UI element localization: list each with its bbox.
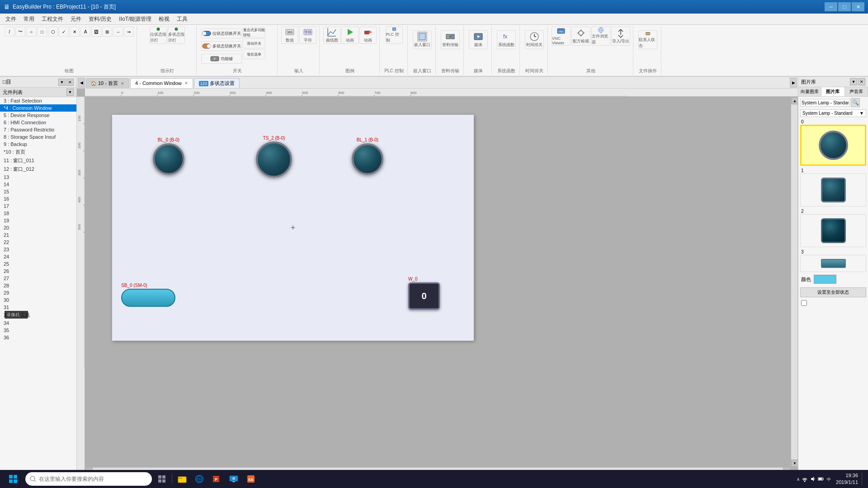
menu-view[interactable]: 检视 — [155, 14, 173, 24]
el-item-34[interactable]: 34 — [0, 319, 76, 327]
right-panel-dropdown[interactable]: System Lamp - Standard ▼ — [800, 109, 866, 117]
tray-expand[interactable]: ∧ — [797, 477, 800, 482]
button-sb0[interactable]: SB_0 (SM-0) — [121, 283, 175, 307]
tool-circle[interactable]: ○ — [26, 27, 36, 37]
tool-browser[interactable]: 文件浏览器 — [591, 27, 610, 46]
right-panel-search-input[interactable] — [800, 99, 850, 107]
tool-animation[interactable]: 动画 — [341, 27, 359, 44]
el-item-21[interactable]: 21 — [0, 231, 76, 239]
tool-linked-symbol[interactable]: 链接 联系人联击 — [638, 30, 657, 49]
taskbar-app-easybuilder[interactable]: EB — [244, 472, 258, 486]
el-item-36[interactable]: 36 — [0, 334, 76, 341]
tool-media[interactable]: 媒体 — [469, 30, 488, 49]
lamp-ts2-circle[interactable] — [256, 141, 292, 178]
tool-image[interactable]: 🖼 — [91, 27, 101, 37]
tool-func-key[interactable]: F 功能键 — [201, 54, 242, 64]
tool-cross[interactable]: ✕ — [70, 27, 80, 37]
tab-nav-left[interactable]: ◀ — [78, 78, 85, 88]
lamp-bl1-circle[interactable] — [352, 143, 383, 175]
canvas-scroll[interactable]: + BL_0 (B-0) TS_2 (B-0) BL_1 (B-0) — [85, 97, 791, 467]
menu-data[interactable]: 资料/历史 — [85, 14, 115, 24]
el-item-26[interactable]: 26 — [0, 267, 76, 275]
menu-tools[interactable]: 工具 — [173, 14, 191, 24]
rp-tab-vector[interactable]: 向量图库 — [798, 87, 821, 96]
menu-iiot[interactable]: IIoT/能源管理 — [115, 14, 155, 24]
tool-line[interactable]: / — [5, 27, 14, 37]
el-item-15[interactable]: 15 — [0, 188, 76, 195]
menu-project[interactable]: 工程文件 — [38, 14, 67, 24]
taskbar-view-icon[interactable] — [155, 472, 169, 486]
design-canvas[interactable]: + BL_0 (B-0) TS_2 (B-0) BL_1 (B-0) — [112, 115, 474, 341]
preview-3-item[interactable] — [800, 255, 866, 272]
el-item-17[interactable]: 17 — [0, 202, 76, 210]
el-item-27[interactable]: 27 — [0, 275, 76, 282]
taskbar-app-fileexplorer[interactable] — [175, 472, 189, 486]
taskbar-app-hmi[interactable] — [226, 472, 241, 486]
tool-embed-window[interactable]: 嵌入窗口 — [413, 30, 432, 49]
element-list-dropdown[interactable]: ▼ — [66, 89, 74, 96]
el-item-3[interactable]: 3 : Fast Selection — [0, 97, 76, 104]
el-item-29[interactable]: 29 — [0, 289, 76, 296]
tool-vector[interactable]: → — [113, 27, 123, 37]
taskbar-app-powerpoint[interactable]: P — [209, 472, 224, 486]
tool-vnc-viewer[interactable]: VNC VNC Viewer — [552, 27, 571, 46]
lamp-bl0-circle[interactable] — [153, 143, 184, 175]
show-desktop[interactable] — [862, 473, 864, 485]
close-button[interactable]: ✕ — [852, 2, 864, 11]
tool-schedule[interactable]: 时间排关 — [525, 30, 544, 49]
tool-plc-ctrl[interactable]: PLC 控制 — [386, 27, 403, 44]
el-item-5[interactable]: 5 : Device Response — [0, 112, 76, 119]
menu-file[interactable]: 文件 — [2, 14, 20, 24]
taskbar-app-ie[interactable] — [192, 472, 207, 486]
v-scroll-up[interactable]: ▲ — [791, 97, 798, 104]
lamp-bl0[interactable]: BL_0 (B-0) — [153, 137, 184, 175]
tool-project-select[interactable]: 项目选单 — [243, 49, 265, 59]
v-scrollbar[interactable]: ▲ ▼ — [791, 97, 798, 467]
v-scroll-track[interactable] — [791, 104, 797, 460]
el-item-28[interactable]: 28 — [0, 282, 76, 289]
state-checkbox[interactable] — [801, 300, 807, 306]
el-item-30[interactable]: 30 — [0, 296, 76, 304]
menu-element[interactable]: 元件 — [67, 14, 85, 24]
tool-formula[interactable]: fx 系统函数 — [497, 30, 516, 49]
el-item-31[interactable]: 31 — [0, 304, 76, 311]
preview-2-item[interactable] — [800, 214, 866, 247]
tool-config-view[interactable]: 配方检视 — [571, 27, 590, 46]
tool-bezier[interactable]: 〜 — [15, 27, 25, 37]
button-sb0-body[interactable] — [121, 289, 175, 307]
el-item-7[interactable]: 7 : Password Restrictio — [0, 126, 76, 133]
right-panel-toggle[interactable]: ▼ — [850, 78, 857, 85]
el-item-18[interactable]: 18 — [0, 210, 76, 217]
el-item-16[interactable]: 16 — [0, 195, 76, 202]
el-item-19[interactable]: 19 — [0, 217, 76, 224]
el-item-25[interactable]: 25 — [0, 260, 76, 267]
preview-1-item[interactable] — [800, 174, 866, 206]
numeric-w0-box[interactable]: 0 — [408, 282, 440, 310]
numeric-w0[interactable]: W_0 0 — [408, 277, 440, 310]
lamp-ts2[interactable]: TS_2 (B-0) — [256, 136, 292, 178]
el-item-6[interactable]: 6 : HMI Connection — [0, 119, 76, 126]
el-item-22[interactable]: 22 — [0, 239, 76, 246]
panel-toggle[interactable]: ▼ — [58, 79, 66, 86]
right-panel-close[interactable]: ✕ — [858, 78, 865, 85]
tool-poly[interactable]: ⬡ — [48, 27, 58, 37]
tool-slide-switch[interactable]: 滑动开关 — [243, 38, 265, 48]
tool-import-export[interactable]: 导入/导出 — [611, 27, 630, 46]
el-item-24[interactable]: 24 — [0, 253, 76, 260]
tab-common-close[interactable]: ✕ — [184, 81, 188, 85]
el-item-32[interactable]: 32 录制工具 录制工具录像机 — [0, 311, 76, 319]
tool-line-chart[interactable]: 曲线图 — [323, 27, 340, 44]
tool-multi-lamp[interactable]: 多状态指示灯 — [168, 27, 185, 44]
set-all-button[interactable]: 设置至全部状态 — [800, 287, 866, 297]
tool-text-input[interactable]: 字符 字符 — [299, 27, 316, 44]
el-item-13[interactable]: 13 — [0, 174, 76, 181]
panel-close[interactable]: ✕ — [66, 79, 74, 86]
tool-motion[interactable]: 动画 — [359, 27, 377, 44]
tool-checkmark[interactable]: ✓ — [59, 27, 69, 37]
el-item-10[interactable]: *10 : 首页 — [0, 148, 76, 156]
tool-rect[interactable]: □ — [37, 27, 47, 37]
el-item-8[interactable]: 8 : Storage Space Insuf — [0, 133, 76, 141]
el-item-35[interactable]: 35 — [0, 327, 76, 334]
el-item-20[interactable]: 20 — [0, 224, 76, 231]
el-item-9[interactable]: 9 : Backup — [0, 141, 76, 148]
